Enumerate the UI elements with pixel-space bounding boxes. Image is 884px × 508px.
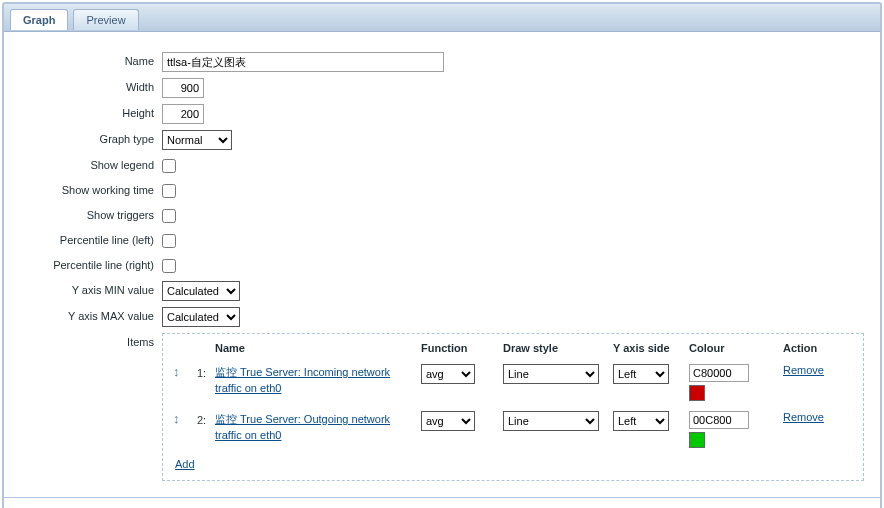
yaxis-select[interactable]: Left xyxy=(613,411,669,431)
ymin-select[interactable]: Calculated xyxy=(162,281,240,301)
label-height: Height xyxy=(14,104,162,119)
label-items: Items xyxy=(14,333,162,348)
name-input[interactable] xyxy=(162,52,444,72)
items-box: Name Function Draw style Y axis side Col… xyxy=(162,333,864,481)
pct-right-checkbox[interactable] xyxy=(162,259,176,273)
row-number: 2: xyxy=(197,411,215,426)
drawstyle-select[interactable]: Line xyxy=(503,411,599,431)
height-input[interactable] xyxy=(162,104,204,124)
label-ymax: Y axis MAX value xyxy=(14,307,162,322)
label-ymin: Y axis MIN value xyxy=(14,281,162,296)
item-link[interactable]: 监控 True Server: Incoming network traffic… xyxy=(215,364,411,396)
remove-link[interactable]: Remove xyxy=(783,411,824,423)
drag-handle-icon[interactable]: ↕ xyxy=(173,362,180,379)
drawstyle-select[interactable]: Line xyxy=(503,364,599,384)
tab-graph[interactable]: Graph xyxy=(10,9,68,30)
function-select[interactable]: avg xyxy=(421,411,475,431)
header-yaxis: Y axis side xyxy=(613,342,689,354)
table-row: ↕ 1: 监控 True Server: Incoming network tr… xyxy=(173,364,853,401)
show-triggers-checkbox[interactable] xyxy=(162,209,176,223)
colour-input[interactable] xyxy=(689,411,749,429)
add-link[interactable]: Add xyxy=(173,458,195,470)
items-header: Name Function Draw style Y axis side Col… xyxy=(173,342,853,354)
footer-bar: Save Cancel www.ttlsa.com xyxy=(4,497,880,508)
form-content: Name Width Height Graph type Normal xyxy=(4,32,880,497)
label-show-triggers: Show triggers xyxy=(14,206,162,221)
label-show-working: Show working time xyxy=(14,181,162,196)
yaxis-select[interactable]: Left xyxy=(613,364,669,384)
ymax-select[interactable]: Calculated xyxy=(162,307,240,327)
width-input[interactable] xyxy=(162,78,204,98)
drag-handle-icon[interactable]: ↕ xyxy=(173,409,180,426)
tab-bar: Graph Preview xyxy=(4,4,880,32)
header-action: Action xyxy=(783,342,841,354)
label-width: Width xyxy=(14,78,162,93)
header-function: Function xyxy=(421,342,503,354)
show-working-checkbox[interactable] xyxy=(162,184,176,198)
function-select[interactable]: avg xyxy=(421,364,475,384)
label-show-legend: Show legend xyxy=(14,156,162,171)
pct-left-checkbox[interactable] xyxy=(162,234,176,248)
label-pct-left: Percentile line (left) xyxy=(14,231,162,246)
tab-preview[interactable]: Preview xyxy=(73,9,138,30)
row-number: 1: xyxy=(197,364,215,379)
table-row: ↕ 2: 监控 True Server: Outgoing network tr… xyxy=(173,411,853,448)
show-legend-checkbox[interactable] xyxy=(162,159,176,173)
item-link[interactable]: 监控 True Server: Outgoing network traffic… xyxy=(215,411,411,443)
label-graph-type: Graph type xyxy=(14,130,162,145)
colour-input[interactable] xyxy=(689,364,749,382)
label-pct-right: Percentile line (right) xyxy=(14,256,162,271)
header-drawstyle: Draw style xyxy=(503,342,613,354)
colour-swatch[interactable] xyxy=(689,432,705,448)
graph-type-select[interactable]: Normal xyxy=(162,130,232,150)
header-colour: Colour xyxy=(689,342,783,354)
colour-swatch[interactable] xyxy=(689,385,705,401)
main-panel: Graph Preview Name Width Height Graph ty… xyxy=(2,2,882,508)
remove-link[interactable]: Remove xyxy=(783,364,824,376)
label-name: Name xyxy=(14,52,162,67)
header-name: Name xyxy=(215,342,421,354)
